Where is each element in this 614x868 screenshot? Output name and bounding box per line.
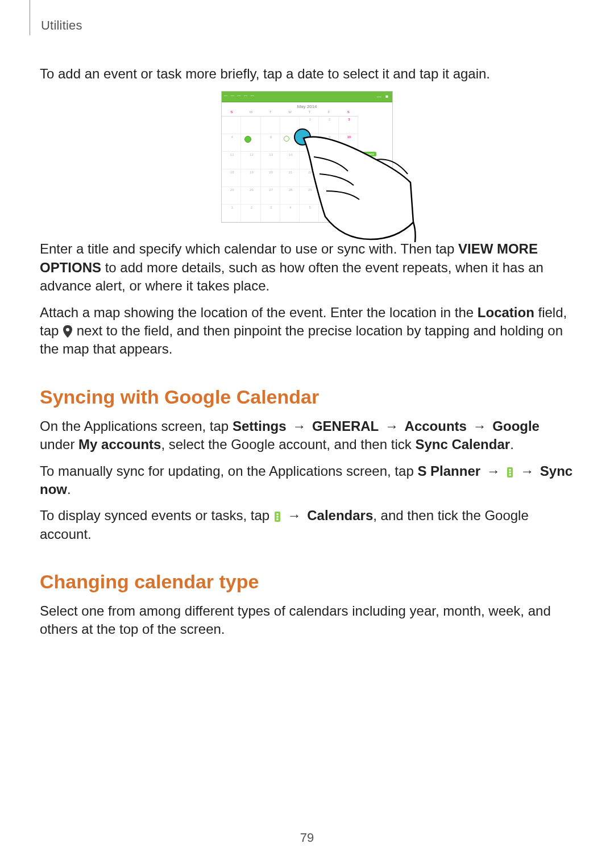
svg-rect-5 [509, 474, 511, 476]
paragraph-manual-sync: To manually sync for updating, on the Ap… [40, 462, 574, 499]
map-pin-icon [63, 325, 73, 338]
heading-changing: Changing calendar type [40, 571, 574, 593]
section-label: Utilities [41, 18, 82, 33]
page-number: 79 [0, 830, 614, 845]
figure-grid: 123 468910 11121314151617 18192021222324… [222, 117, 358, 222]
tab-labels: — — — — — [224, 94, 255, 97]
svg-rect-7 [276, 513, 278, 515]
intro-paragraph: To add an event or task more briefly, ta… [40, 65, 574, 83]
calendar-figure: — — — — — — ■ May 2014 S M T W T F S 123… [40, 91, 574, 225]
paragraph-view-more: Enter a title and specify which calendar… [40, 240, 574, 295]
tab-controls: — ■ [377, 94, 389, 99]
paragraph-location: Attach a map showing the location of the… [40, 304, 574, 359]
paragraph-display-synced: To display synced events or tasks, tap →… [40, 506, 574, 543]
figure-event-chip: + event [360, 152, 376, 156]
heading-syncing: Syncing with Google Calendar [40, 386, 574, 408]
svg-rect-8 [276, 516, 278, 518]
paragraph-changing: Select one from among different types of… [40, 602, 574, 639]
svg-rect-4 [509, 471, 511, 473]
header-rule [30, 0, 30, 35]
svg-point-1 [66, 328, 69, 331]
figure-month: May 2014 [222, 104, 392, 109]
more-menu-icon [506, 467, 514, 478]
more-menu-icon [273, 511, 281, 522]
figure-dow: S M T W T F S [222, 110, 358, 117]
svg-rect-9 [276, 518, 278, 520]
paragraph-sync-path: On the Applications screen, tap Settings… [40, 417, 574, 454]
svg-rect-3 [509, 469, 511, 471]
